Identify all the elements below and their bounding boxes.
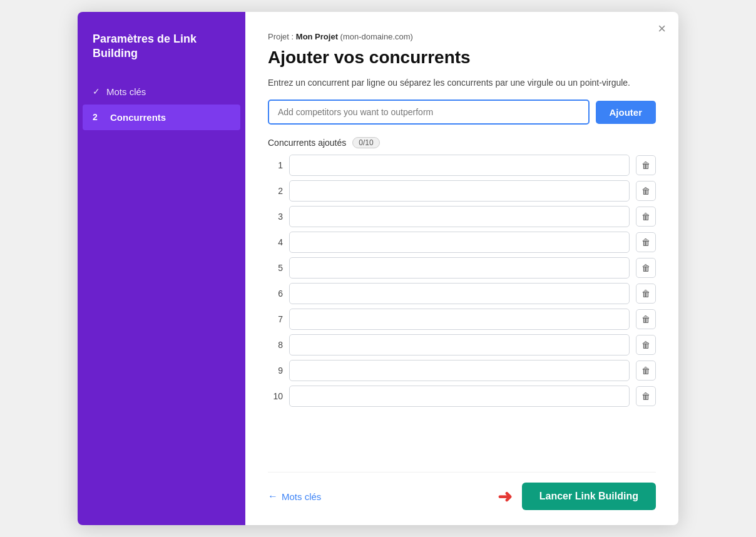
table-row: 1 🗑	[268, 155, 656, 176]
competitor-input-8[interactable]	[289, 334, 630, 355]
back-arrow-icon: ←	[268, 491, 278, 502]
row-num-7: 7	[268, 314, 283, 324]
concurrents-badge: 0/10	[352, 137, 379, 148]
close-button[interactable]: ×	[658, 22, 666, 36]
competitor-input-6[interactable]	[289, 283, 630, 304]
competitor-input-3[interactable]	[289, 206, 630, 227]
concurrents-label: Concurrents ajoutés	[268, 138, 346, 148]
delete-button-1[interactable]: 🗑	[636, 155, 656, 175]
sidebar-item-label-concurrents: Concurrents	[110, 112, 166, 123]
delete-button-6[interactable]: 🗑	[636, 284, 656, 304]
row-num-6: 6	[268, 289, 283, 299]
launch-button[interactable]: Lancer Link Building	[522, 483, 656, 510]
table-row: 3 🗑	[268, 206, 656, 227]
competitor-input-10[interactable]	[289, 386, 630, 407]
sidebar-title: Paramètres de Link Building	[78, 32, 245, 79]
delete-button-10[interactable]: 🗑	[636, 386, 656, 406]
delete-button-8[interactable]: 🗑	[636, 335, 656, 355]
add-button[interactable]: Ajouter	[596, 101, 656, 124]
row-num-8: 8	[268, 340, 283, 350]
table-row: 8 🗑	[268, 334, 656, 355]
competitor-input-5[interactable]	[289, 257, 630, 279]
sidebar-item-mots-cles[interactable]: ✓ Mots clés	[78, 79, 245, 105]
row-num-2: 2	[268, 186, 283, 196]
competitor-input-1[interactable]	[289, 155, 630, 176]
competitor-input-2[interactable]	[289, 180, 630, 202]
row-num-9: 9	[268, 366, 283, 376]
add-row: Ajouter	[268, 100, 656, 125]
delete-button-4[interactable]: 🗑	[636, 232, 656, 252]
add-competitors-input[interactable]	[268, 100, 590, 125]
sidebar-item-concurrents[interactable]: 2 Concurrents	[83, 105, 240, 130]
project-domain: (mon-domaine.com)	[340, 32, 413, 41]
project-name: Mon Projet	[296, 32, 338, 41]
delete-button-5[interactable]: 🗑	[636, 258, 656, 278]
delete-button-7[interactable]: 🗑	[636, 309, 656, 329]
page-title: Ajouter vos concurrents	[268, 48, 656, 68]
concurrents-header: Concurrents ajoutés 0/10	[268, 137, 656, 148]
sidebar: Paramètres de Link Building ✓ Mots clés …	[78, 12, 245, 525]
competitor-input-9[interactable]	[289, 360, 630, 381]
sidebar-item-num-concurrents: 2	[93, 112, 104, 122]
back-link[interactable]: ← Mots clés	[268, 491, 321, 502]
footer-right: ➜ Lancer Link Building	[498, 483, 656, 510]
table-row: 7 🗑	[268, 309, 656, 330]
competitor-input-7[interactable]	[289, 309, 630, 330]
competitor-input-4[interactable]	[289, 232, 630, 253]
table-row: 9 🗑	[268, 360, 656, 381]
table-row: 2 🗑	[268, 180, 656, 202]
row-num-4: 4	[268, 237, 283, 247]
instructions: Entrez un concurrent par ligne ou sépare…	[268, 76, 656, 90]
modal: Paramètres de Link Building ✓ Mots clés …	[78, 12, 678, 525]
project-label: Projet : Mon Projet (mon-domaine.com)	[268, 32, 656, 41]
row-num-3: 3	[268, 212, 283, 222]
sidebar-nav: ✓ Mots clés 2 Concurrents	[78, 79, 245, 130]
launch-arrow-icon: ➜	[498, 486, 512, 507]
table-row: 4 🗑	[268, 232, 656, 253]
delete-button-3[interactable]: 🗑	[636, 207, 656, 227]
sidebar-item-label-mots-cles: Mots clés	[106, 86, 146, 97]
project-prefix: Projet :	[268, 32, 296, 41]
delete-button-2[interactable]: 🗑	[636, 181, 656, 201]
table-row: 5 🗑	[268, 257, 656, 279]
row-num-10: 10	[268, 391, 283, 401]
delete-button-9[interactable]: 🗑	[636, 361, 656, 381]
competitors-list: 1 🗑 2 🗑 3 🗑 4 🗑	[268, 155, 656, 407]
table-row: 6 🗑	[268, 283, 656, 304]
table-row: 10 🗑	[268, 386, 656, 407]
row-num-1: 1	[268, 160, 283, 170]
main-content: × Projet : Mon Projet (mon-domaine.com) …	[245, 12, 678, 525]
check-icon: ✓	[93, 86, 100, 96]
back-label: Mots clés	[282, 491, 321, 502]
row-num-5: 5	[268, 263, 283, 273]
footer: ← Mots clés ➜ Lancer Link Building	[268, 472, 656, 510]
